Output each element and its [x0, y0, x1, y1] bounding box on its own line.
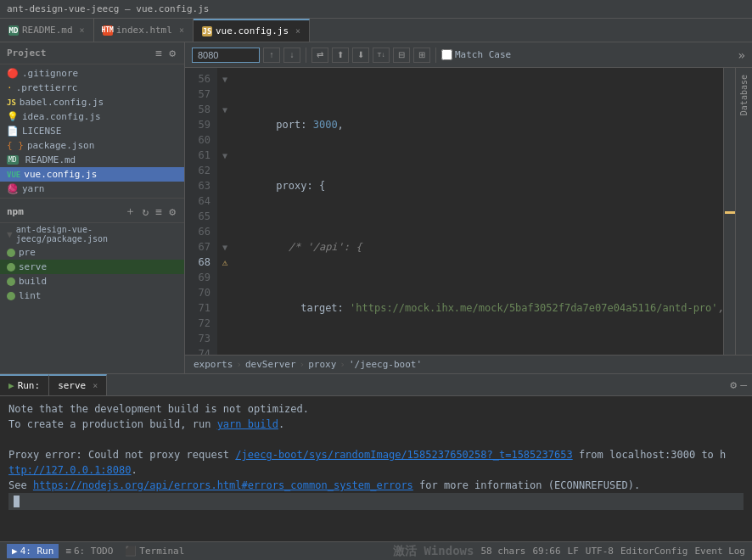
collapse-all-icon[interactable]: ≡: [154, 46, 164, 60]
status-todo-icon: ≡: [65, 546, 71, 557]
tab-icon-html: HTM: [103, 25, 113, 36]
status-terminal-icon: ⬛: [125, 546, 137, 557]
package-node: ▼ ant-design-vue-jeecg/package.json: [0, 223, 184, 245]
license-icon: 📄: [7, 126, 19, 137]
tab-close-index[interactable]: ×: [179, 25, 184, 35]
npm-settings-icon[interactable]: ⚙: [167, 204, 177, 219]
line-num-67: 67: [185, 239, 217, 255]
sidebar-tree: 🔴 .gitignore · .prettierrc JS babel.conf…: [0, 64, 184, 373]
fold-67[interactable]: ▼: [217, 239, 233, 255]
sidebar-item-prettierrc[interactable]: · .prettierrc: [0, 81, 184, 95]
right-panel: Database: [735, 68, 752, 355]
prev-match-button[interactable]: ↑: [263, 48, 280, 63]
line-num-63: 63: [185, 178, 217, 193]
npm-collapse-icon[interactable]: ≡: [154, 204, 164, 219]
proxy-url-link[interactable]: ttp://127.0.0.1:8080: [8, 464, 132, 476]
sidebar-project-header: Project ≡ ⚙: [0, 42, 184, 64]
bottom-tabs: ▶ Run: serve × ⚙ —: [0, 374, 752, 396]
npm-divider: [0, 198, 184, 199]
npm-refresh-icon[interactable]: ↻: [141, 204, 151, 219]
status-charset[interactable]: UTF-8: [586, 546, 614, 557]
status-tab-todo[interactable]: ≡ 6: TODO: [60, 544, 118, 558]
search-input[interactable]: [192, 48, 260, 63]
breadcrumb-proxy: proxy: [308, 359, 336, 370]
sidebar-item-ideaconfig[interactable]: 💡 idea.config.js: [0, 109, 184, 124]
line-num-66: 66: [185, 224, 217, 239]
tab-close-readme[interactable]: ×: [80, 25, 85, 35]
bottom-minimize-icon[interactable]: —: [740, 378, 747, 391]
next-match-button[interactable]: ↓: [283, 48, 300, 63]
breadcrumb-devserver: devServer: [245, 359, 296, 370]
status-tab-terminal[interactable]: ⬛ Terminal: [120, 544, 189, 558]
npm-label: npm: [7, 206, 24, 217]
md-icon: MD: [7, 155, 19, 165]
tab-run[interactable]: ▶ Run:: [0, 374, 49, 395]
sidebar-item-packagejson[interactable]: { } package.json: [0, 138, 184, 153]
tab-close-vueconfig[interactable]: ×: [295, 26, 300, 36]
bottom-line-see: See https://nodejs.org/api/errors.html#e…: [8, 478, 744, 493]
tab-index[interactable]: HTM index.html ×: [94, 19, 194, 42]
fold-59[interactable]: ▼: [217, 102, 233, 117]
sidebar-item-yarn[interactable]: 🧶 yarn: [0, 182, 184, 196]
toolbar-btn-align[interactable]: ⊟: [393, 48, 410, 63]
database-label[interactable]: Database: [738, 71, 750, 119]
tab-vueconfig[interactable]: JS vue.config.js ×: [194, 19, 310, 42]
line-num-56: 56: [185, 71, 217, 87]
run-icon-build: [7, 277, 15, 286]
bottom-settings-icon[interactable]: ⚙: [730, 378, 737, 391]
toolbar-btn-1[interactable]: ⇄: [311, 48, 328, 63]
windows-watermark: 激活 Windows: [393, 544, 474, 559]
status-lf[interactable]: LF: [568, 546, 579, 557]
nodejs-link[interactable]: https://nodejs.org/api/errors.html#error…: [33, 479, 413, 491]
status-position[interactable]: 69:66: [532, 546, 560, 557]
yarn-icon: 🧶: [7, 183, 19, 194]
event-log-link[interactable]: Event Log: [694, 546, 745, 557]
status-chars[interactable]: 58 chars: [480, 546, 525, 557]
tab-readme[interactable]: MD README.md ×: [0, 19, 94, 42]
script-lint[interactable]: lint: [0, 288, 184, 303]
fold-62[interactable]: ▼: [217, 148, 233, 163]
yarn-build-link[interactable]: yarn build: [217, 418, 278, 430]
sidebar-item-vueconfig[interactable]: VUE vue.config.js: [0, 167, 184, 182]
bottom-tool-tabs: ▶ 4: Run ≡ 6: TODO ⬛ Terminal: [7, 544, 189, 558]
proxy-request-link[interactable]: /jeecg-boot/sys/randomImage/158523765025…: [235, 449, 572, 461]
line-numbers: 56 57 58 59 60 61 62 63 64 65 66 67 68 6…: [185, 68, 217, 355]
line-num-74: 74: [185, 346, 217, 355]
npm-add-icon[interactable]: ＋: [123, 203, 137, 220]
sidebar-item-gitignore[interactable]: 🔴 .gitignore: [0, 66, 184, 81]
breadcrumb-exports: exports: [194, 359, 233, 370]
line-num-72: 72: [185, 316, 217, 331]
expand-toolbar-icon[interactable]: »: [738, 48, 745, 62]
bottom-panel: ▶ Run: serve × ⚙ — Note that the develop…: [0, 373, 752, 560]
toolbar-btn-down[interactable]: ⬇: [352, 48, 369, 63]
tab-serve[interactable]: serve ×: [49, 374, 107, 395]
script-pre[interactable]: pre: [0, 245, 184, 260]
sidebar-item-babelconfig[interactable]: JS babel.config.js: [0, 95, 184, 109]
toolbar-btn-sub[interactable]: T↓: [373, 48, 390, 63]
bottom-line-blank: [8, 432, 744, 447]
idea-icon: 💡: [7, 111, 19, 122]
line-num-62: 62: [185, 163, 217, 178]
line-num-58: 58: [185, 102, 217, 117]
bottom-tab-actions: ⚙ —: [725, 374, 752, 395]
match-case-checkbox[interactable]: [441, 49, 452, 60]
toolbar-btn-filter[interactable]: ⊞: [413, 48, 430, 63]
bottom-line-proxy-error: Proxy error: Could not proxy request /je…: [8, 447, 744, 462]
fold-57[interactable]: ▼: [217, 71, 233, 87]
line-num-61: 61: [185, 148, 217, 163]
toolbar-btn-up[interactable]: ⬆: [332, 48, 349, 63]
sidebar-item-license[interactable]: 📄 LICENSE: [0, 124, 184, 138]
scroll-marker-warning: [725, 211, 735, 214]
status-bar-right: 激活 Windows 58 chars 69:66 LF UTF-8 Edito…: [393, 544, 745, 559]
code-lines[interactable]: port: 3000, proxy: { /* '/api': { target…: [233, 68, 723, 355]
script-serve[interactable]: serve: [0, 260, 184, 274]
line-num-68: 68: [185, 255, 217, 270]
status-editorconfig[interactable]: EditorConfig: [620, 546, 687, 557]
status-tab-run[interactable]: ▶ 4: Run: [7, 544, 59, 558]
tab-serve-close[interactable]: ×: [93, 381, 98, 390]
settings-icon[interactable]: ⚙: [167, 46, 177, 60]
script-build[interactable]: build: [0, 274, 184, 288]
tab-bar: MD README.md × HTM index.html × JS vue.c…: [0, 19, 752, 42]
sidebar-item-readme[interactable]: MD README.md: [0, 153, 184, 167]
code-editor[interactable]: 56 57 58 59 60 61 62 63 64 65 66 67 68 6…: [185, 68, 752, 355]
